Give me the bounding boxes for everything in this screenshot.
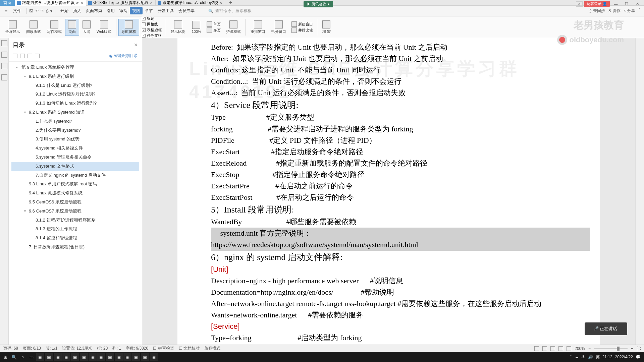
window-maximize[interactable]: ☐	[622, 2, 631, 6]
tree-item[interactable]: 3.使用 systemd 的优势	[11, 135, 139, 144]
app-icon[interactable]: ▣	[54, 353, 62, 361]
clipboard-icon[interactable]	[1, 52, 7, 58]
app-icon[interactable]: ▣	[141, 353, 149, 361]
status-item[interactable]: ☐ 拼写检查	[153, 346, 174, 351]
tree-item[interactable]: 6.systemd 文件格式	[11, 162, 139, 171]
app-icon[interactable]: ▣	[71, 353, 79, 361]
view-大纲[interactable]: 大纲	[80, 19, 93, 36]
tab-home[interactable]: 首页	[0, 0, 15, 6]
zoom-out[interactable]: −	[588, 346, 591, 351]
status-item[interactable]: 节: 1/1	[46, 346, 57, 351]
tab-doc-2[interactable]: 企业Shell面…c服务脚本和配置 ✕	[86, 0, 156, 6]
zoom-slider[interactable]	[594, 348, 628, 349]
refresh-icon[interactable]	[35, 54, 40, 58]
level-icon[interactable]	[28, 54, 32, 58]
zoom-显示比例[interactable]: 显示比例	[168, 19, 188, 36]
status-item[interactable]: ☐ 文档校对	[179, 346, 200, 351]
view-页面[interactable]: 页面	[65, 19, 79, 36]
cortana-icon[interactable]: ○	[19, 353, 27, 361]
win-新建窗口[interactable]: 新建窗口	[291, 21, 313, 27]
js-macro-button[interactable]: JS 宏	[319, 19, 334, 36]
document-area[interactable]: Linux 运维 SRE云计算分享学习群 417401917 Before: 如…	[142, 38, 635, 345]
start-icon[interactable]: ⊞	[1, 353, 9, 361]
tree-item[interactable]: 2.为什么要用 systemd?	[11, 126, 139, 135]
layout-print-icon[interactable]	[542, 346, 547, 351]
tree-item[interactable]: 8.1.4 监控和管理进程	[11, 234, 139, 243]
menu-开始[interactable]: 开始	[58, 7, 71, 14]
tab-add[interactable]: +	[225, 0, 236, 6]
redo-icon[interactable]: ↷	[41, 9, 44, 13]
menu-页面布局[interactable]: 页面布局	[84, 7, 104, 14]
page-多页[interactable]: 多页	[207, 27, 221, 33]
view-阅读版式[interactable]: 阅读版式	[23, 19, 44, 36]
app-icon[interactable]: ▣	[62, 353, 70, 361]
tray-icon[interactable]: 🖧	[581, 355, 585, 359]
nav-pane-button[interactable]: 导航窗格	[118, 19, 139, 36]
tree-item[interactable]: 5.systemd 管理服务相关命令	[11, 153, 139, 162]
menu-视图[interactable]: 视图	[130, 7, 143, 14]
expand-icon[interactable]	[13, 54, 17, 58]
tree-item[interactable]: 9.1.1 什么是 Linux 运行级别?	[11, 81, 139, 90]
zoom-value[interactable]: 200%	[575, 346, 585, 351]
tree-item[interactable]: 1.什么是 systemd?	[11, 117, 139, 126]
tree-item[interactable]: ▾9.1 Linux 系统运行级别	[11, 72, 139, 81]
win-重排窗口[interactable]: 重排窗口	[248, 19, 268, 36]
tab-close-icon[interactable]: ✕	[219, 1, 223, 5]
eye-icon[interactable]	[534, 346, 539, 351]
layout-read-icon[interactable]	[567, 346, 571, 351]
tray-icon[interactable]: ˄	[570, 355, 572, 359]
tab-doc-3[interactable]: 跟老男孩学linux…A_oldboy2校 ✕	[156, 0, 225, 6]
smart-toc-button[interactable]: ◉ 智能识别目录	[109, 53, 138, 59]
menu-right-item[interactable]: ⎋ 分享	[624, 8, 635, 14]
tree-item[interactable]: ▾9.2 Linux 系统 Systemd 知识	[11, 108, 139, 117]
layout-web-icon[interactable]	[550, 346, 555, 351]
tree-item[interactable]: 9.5 CentOS6 系统启动流程	[11, 198, 139, 207]
preview-icon[interactable]: ▾	[50, 9, 52, 13]
menu-right-item[interactable]: & 协作	[608, 8, 620, 14]
hamburger-icon[interactable]: ≡	[3, 8, 9, 14]
tray-icon[interactable]: ☁	[575, 355, 579, 359]
tab-doc-1[interactable]: 跟老男孩学…统服务管理知识 ⟳ ✕	[15, 0, 86, 6]
check-标记[interactable]: 标记	[142, 16, 162, 21]
tree-item[interactable]: 9.3 Linux 单用户模式破解 root 密码	[11, 180, 139, 189]
tree-item[interactable]: ▾9.6 CentOS7 系统启动流程	[11, 207, 139, 216]
tree-item[interactable]: ▾第 9 章 Linux 系统服务管理	[11, 63, 139, 72]
status-item[interactable]: 页码: 68	[3, 346, 18, 351]
view-Web版式[interactable]: Web版式	[94, 19, 114, 36]
status-item[interactable]: 行: 23	[97, 346, 108, 351]
tray-ime[interactable]: 英	[596, 354, 600, 360]
view-全屏显示[interactable]: 全屏显示	[3, 19, 23, 36]
status-item[interactable]: 页面: 6/13	[23, 346, 41, 351]
app-icon[interactable]: ▣	[45, 353, 53, 361]
menu-审阅[interactable]: 审阅	[117, 7, 130, 14]
meeting-badge[interactable]: ▶ 腾讯会议 ●	[304, 1, 333, 7]
tray-notifications-icon[interactable]: 💬	[636, 355, 641, 359]
app-icon[interactable]: ▣	[150, 353, 158, 361]
tree-item[interactable]: 7.自定义 nginx 的 systemd 启动文件	[11, 171, 139, 180]
tree-item[interactable]: 9.1.2 Linux 运行级别对比说明?	[11, 90, 139, 99]
menu-章节[interactable]: 章节	[143, 7, 155, 14]
win-拆分窗口[interactable]: 拆分窗口	[269, 19, 289, 36]
tab-close-icon[interactable]: ✕	[80, 1, 84, 5]
save-icon[interactable]: 🖫	[29, 9, 33, 13]
app-icon[interactable]: ▣	[106, 353, 114, 361]
check-任务窗格[interactable]: 任务窗格	[142, 33, 162, 38]
tree-item[interactable]: 8.1.2 进程/守护进程和程序区别	[11, 216, 139, 225]
page-thumbs-icon[interactable]	[1, 40, 7, 46]
tree-item[interactable]: 8.1.3 进程的工作流程	[11, 225, 139, 234]
zoom-100%[interactable]: 100%	[189, 19, 204, 35]
search-panel-icon[interactable]	[1, 74, 7, 80]
zoom-in[interactable]: +	[631, 346, 633, 351]
status-item[interactable]: 列: 1	[112, 346, 121, 351]
app-icon[interactable]: ▣	[132, 353, 140, 361]
menu-right-item[interactable]: ◌ 未同步	[589, 8, 605, 14]
menu-开发工具[interactable]: 开发工具	[155, 7, 176, 14]
win-并排比较[interactable]: 并排比较	[291, 27, 313, 33]
menu-引用[interactable]: 引用	[104, 7, 117, 14]
status-item[interactable]: 设置值: 12.3厘米	[62, 346, 92, 351]
app-icon[interactable]: ▣	[80, 353, 88, 361]
window-close[interactable]: ✕	[633, 2, 642, 6]
tree-item[interactable]: 4.systemd 相关路径文件	[11, 144, 139, 153]
app-icon[interactable]: ▣	[97, 353, 105, 361]
app-icon[interactable]: ▣	[115, 353, 123, 361]
